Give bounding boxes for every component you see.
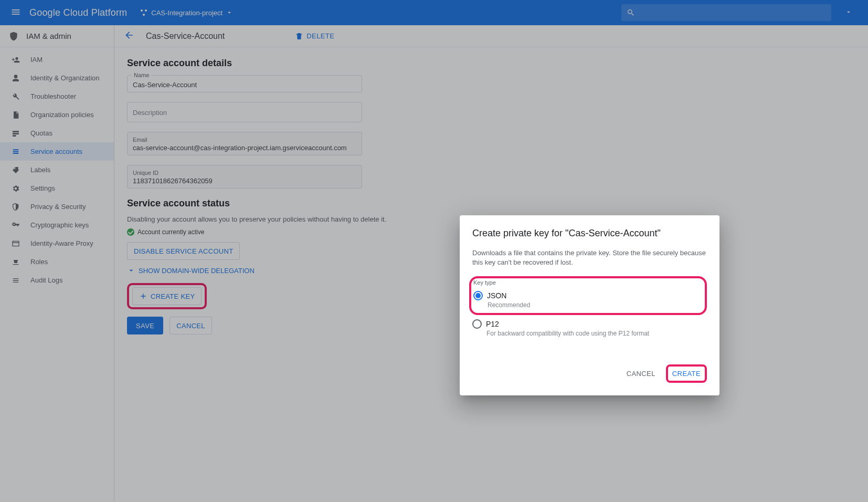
radio-p12-sub: For backward compatibility with code usi… bbox=[486, 330, 707, 337]
radio-json-label: JSON bbox=[487, 291, 506, 300]
radio-p12[interactable]: P12 bbox=[472, 319, 707, 329]
dialog-cancel-button[interactable]: CANCEL bbox=[627, 370, 655, 378]
key-type-label: Key type bbox=[473, 279, 703, 286]
dialog-title: Create private key for "Cas-Service-Acco… bbox=[472, 228, 707, 239]
dialog-create-highlight: CREATE bbox=[666, 364, 707, 383]
dialog-create-button[interactable]: CREATE bbox=[672, 370, 701, 378]
radio-json[interactable]: JSON bbox=[473, 291, 703, 300]
radio-p12-icon bbox=[472, 319, 482, 329]
dialog-desc: Downloads a file that contains the priva… bbox=[472, 248, 707, 267]
modal-scrim[interactable] bbox=[0, 0, 868, 502]
key-type-highlight: Key type JSON Recommended bbox=[469, 276, 707, 315]
radio-p12-label: P12 bbox=[486, 320, 499, 328]
create-key-dialog: Create private key for "Cas-Service-Acco… bbox=[460, 215, 719, 395]
radio-json-icon bbox=[473, 291, 483, 300]
radio-json-sub: Recommended bbox=[488, 301, 703, 309]
